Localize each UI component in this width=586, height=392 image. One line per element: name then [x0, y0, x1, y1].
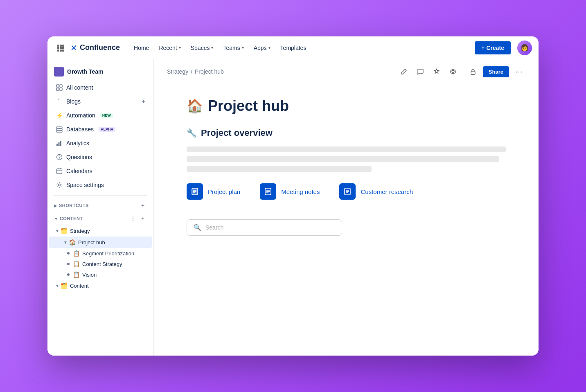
- lock-icon[interactable]: [467, 65, 480, 78]
- customer-research-label: Customer research: [361, 188, 413, 195]
- sidebar-item-blogs[interactable]: " Blogs +: [49, 95, 152, 108]
- content-strategy-emoji: 📋: [73, 261, 80, 267]
- space-icon: [54, 67, 64, 77]
- nav-teams[interactable]: Teams ▾: [219, 42, 248, 54]
- breadcrumb: Strategy / Project hub: [167, 68, 224, 75]
- more-options-icon[interactable]: ⋯: [512, 65, 525, 78]
- edit-icon[interactable]: [397, 65, 410, 78]
- svg-point-26: [452, 70, 454, 73]
- svg-rect-18: [60, 141, 61, 146]
- card-customer-research[interactable]: Customer research: [339, 183, 413, 200]
- spaces-chevron-icon: ▾: [211, 45, 213, 50]
- page-title: 🏠 Project hub: [187, 97, 506, 115]
- tree-item-strategy[interactable]: ▼ 🗂️ Strategy: [47, 225, 153, 237]
- calendars-icon: [56, 167, 63, 175]
- svg-rect-21: [57, 169, 62, 174]
- nav-spaces[interactable]: Spaces ▾: [187, 42, 218, 54]
- sidebar-item-automation[interactable]: ⚡ Automation NEW: [49, 108, 152, 122]
- svg-rect-14: [56, 129, 62, 131]
- strategy-label: Strategy: [70, 228, 147, 234]
- svg-rect-10: [60, 85, 62, 87]
- action-divider: [463, 68, 463, 76]
- card-project-plan[interactable]: Project plan: [187, 183, 240, 200]
- svg-rect-8: [62, 50, 64, 52]
- comment-icon[interactable]: [414, 65, 427, 78]
- project-plan-icon: [187, 183, 203, 200]
- logo-text: Confluence: [80, 43, 120, 52]
- svg-rect-9: [56, 85, 59, 87]
- sidebar-item-analytics[interactable]: Analytics: [49, 136, 152, 150]
- all-content-icon: [56, 84, 63, 91]
- nav-links: Home Recent ▾ Spaces ▾ Teams ▾ Apps ▾ Te…: [130, 42, 468, 54]
- sidebar-item-calendars[interactable]: Calendars: [49, 164, 152, 178]
- apps-chevron-icon: ▾: [268, 45, 270, 50]
- svg-text:?: ?: [58, 155, 61, 160]
- nav-templates[interactable]: Templates: [276, 42, 311, 54]
- shortcuts-add-icon[interactable]: +: [139, 201, 147, 210]
- svg-rect-5: [62, 47, 64, 49]
- svg-rect-15: [56, 131, 62, 132]
- content-chevron-icon[interactable]: ▼: [54, 216, 58, 221]
- tree-child-content-strategy[interactable]: 📋 Content Strategy: [47, 259, 153, 269]
- nav-home-label: Home: [134, 45, 149, 51]
- segment-emoji: 📋: [73, 250, 80, 257]
- tree-item-project-hub[interactable]: ▼ 🏠 Project hub: [49, 237, 152, 248]
- blogs-add-icon[interactable]: +: [142, 98, 145, 105]
- tree-child-vision[interactable]: 📋 Vision: [47, 269, 153, 280]
- databases-label: Databases: [66, 126, 94, 133]
- meeting-notes-icon: [260, 183, 276, 200]
- nav-apps[interactable]: Apps ▾: [250, 42, 275, 54]
- tree-item-content[interactable]: ▼ 🗂️ Content: [47, 280, 153, 291]
- card-meeting-notes[interactable]: Meeting notes: [260, 183, 320, 200]
- sidebar-item-all-content[interactable]: All content: [49, 81, 152, 95]
- share-button[interactable]: Share: [483, 66, 509, 77]
- page-actions: Share ⋯: [397, 65, 525, 78]
- search-bar[interactable]: 🔍 Search: [187, 219, 342, 236]
- svg-rect-1: [60, 45, 62, 47]
- section-emoji: 🔧: [187, 128, 197, 138]
- sidebar-item-databases[interactable]: Databases ALPHA: [49, 122, 152, 136]
- strategy-emoji: 🗂️: [61, 228, 68, 234]
- apps-grid-icon[interactable]: [54, 41, 67, 54]
- main-layout: Growth Team All content " Blogs: [47, 59, 539, 356]
- svg-rect-6: [57, 50, 59, 52]
- logo[interactable]: ✕ Confluence: [70, 43, 120, 53]
- content-filter-icon[interactable]: ⋮: [129, 214, 137, 223]
- breadcrumb-parent[interactable]: Strategy: [167, 68, 188, 75]
- create-button[interactable]: + Create: [475, 41, 511, 54]
- automation-badge: NEW: [100, 113, 113, 118]
- content-tree-chevron-icon: ▼: [54, 282, 61, 289]
- nav-teams-label: Teams: [223, 45, 240, 51]
- svg-rect-12: [60, 88, 62, 90]
- questions-label: Questions: [66, 154, 92, 160]
- space-name: Growth Team: [67, 68, 103, 75]
- space-header[interactable]: Growth Team: [47, 63, 153, 81]
- shortcuts-section[interactable]: ▶ SHORTCUTS +: [47, 199, 153, 212]
- logo-icon: ✕: [70, 43, 77, 53]
- content-strategy-dot: [67, 263, 70, 265]
- blogs-label: Blogs: [66, 98, 81, 105]
- sidebar-item-space-settings[interactable]: Space settings: [49, 178, 152, 192]
- avatar[interactable]: 👩: [517, 41, 532, 55]
- page-title-emoji: 🏠: [187, 98, 203, 114]
- nav-recent-label: Recent: [159, 45, 177, 51]
- nav-home[interactable]: Home: [130, 42, 153, 54]
- skeleton-line-2: [187, 156, 499, 162]
- svg-rect-0: [57, 45, 59, 47]
- content-add-icon[interactable]: +: [139, 214, 147, 223]
- search-icon: 🔍: [194, 224, 201, 231]
- content-tree-label: Content: [70, 283, 147, 289]
- segment-label: Segment Prioritization: [82, 250, 134, 257]
- automation-icon: ⚡: [56, 112, 63, 119]
- avatar-image: 👩: [521, 44, 529, 52]
- vision-emoji: 📋: [73, 271, 80, 278]
- tree-child-segment[interactable]: 📋 Segment Prioritization: [47, 248, 153, 259]
- star-icon[interactable]: [430, 65, 443, 78]
- calendars-label: Calendars: [66, 168, 92, 174]
- breadcrumb-current: Project hub: [195, 68, 224, 75]
- watch-icon[interactable]: [446, 65, 460, 78]
- nav-recent[interactable]: Recent ▾: [155, 42, 185, 54]
- project-hub-emoji: 🏠: [69, 239, 76, 246]
- sidebar-item-questions[interactable]: ? Questions: [49, 150, 152, 164]
- nav-templates-label: Templates: [280, 45, 307, 51]
